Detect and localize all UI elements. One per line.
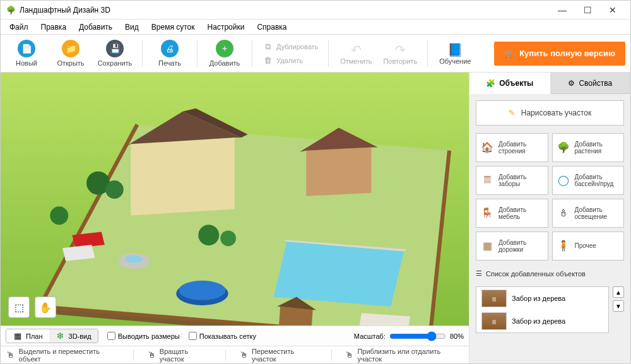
tab-objects[interactable]: 🧩 Объекты: [469, 73, 550, 94]
mouse-scroll-icon: 🖱: [345, 350, 355, 360]
duplicate-icon: ⧉: [262, 42, 273, 52]
menu-add[interactable]: Добавить: [73, 20, 119, 34]
print-button[interactable]: 🖨 Печать: [149, 37, 191, 70]
draw-plot-button[interactable]: ✎ Нарисовать участок: [476, 100, 624, 126]
separator: [427, 40, 428, 67]
show-grid-checkbox[interactable]: Показывать сетку: [189, 332, 256, 340]
delete-button[interactable]: 🗑 Удалить: [259, 54, 322, 67]
svg-point-19: [220, 230, 236, 246]
3d-icon: ❇: [56, 331, 66, 341]
3d-viewport[interactable]: ⬚ ✋: [1, 73, 469, 326]
fence-icon: 𝄜: [480, 173, 494, 187]
tab-properties[interactable]: ⚙ Свойства: [550, 73, 631, 94]
window-title: Ландшафтный Дизайн 3D: [20, 6, 550, 15]
redo-button[interactable]: ↷ Повторить: [379, 37, 421, 70]
undo-button[interactable]: ↶ Отменить: [335, 37, 377, 70]
view-controls: ▦ План ❇ 3D-вид Выводить размеры Показыв…: [1, 326, 469, 346]
add-pool-button[interactable]: ◯ Добавить бассейн/пруд: [552, 166, 625, 195]
3d-view-button[interactable]: ❇ 3D-вид: [49, 329, 98, 343]
add-button[interactable]: ＋ Добавить: [204, 37, 245, 70]
hint-zoom: 🖱 Приблизить или отдалить участок: [345, 348, 464, 363]
redo-icon: ↷: [395, 42, 406, 57]
path-icon: ▦: [480, 239, 494, 253]
scale-label: Масштаб:: [354, 332, 386, 340]
cart-icon: 🛒: [504, 49, 514, 58]
add-paths-button[interactable]: ▦ Добавить дорожки: [476, 232, 548, 261]
separator: [331, 349, 332, 361]
add-lighting-button[interactable]: 🕯 Добавить освещение: [552, 199, 625, 228]
svg-point-18: [198, 225, 219, 245]
add-furniture-button[interactable]: 🪑 Добавить мебель: [476, 199, 548, 228]
new-button[interactable]: 📄 Новый: [6, 37, 47, 70]
toolbar: 📄 Новый 📁 Открыть 💾 Сохранить 🖨 Печать ＋…: [1, 35, 630, 73]
view-mode-toggle: ▦ План ❇ 3D-вид: [6, 329, 98, 343]
duplicate-button[interactable]: ⧉ Дублировать: [259, 40, 322, 53]
object-list: ||| Забор из дерева ||| Забор из дерева: [476, 286, 609, 333]
statusbar: 🖱 Выделить и переместить объект 🖱 Вращат…: [1, 346, 469, 363]
open-button[interactable]: 📁 Открыть: [50, 37, 91, 70]
fence-thumbnail: |||: [481, 312, 507, 330]
layers-icon: ☰: [476, 269, 482, 278]
orbit-tool-button[interactable]: ⬚: [8, 296, 30, 318]
menu-view[interactable]: Вид: [119, 20, 145, 34]
tutorial-label: Обучение: [439, 57, 471, 65]
mouse-icon: 🖱: [239, 350, 249, 360]
svg-point-20: [50, 206, 68, 225]
object-list-header: ☰ Список добавленных объектов: [476, 268, 624, 279]
3d-label: 3D-вид: [69, 332, 91, 340]
add-fences-button[interactable]: 𝄜 Добавить заборы: [476, 166, 548, 195]
separator: [142, 40, 143, 67]
redo-label: Повторить: [383, 57, 417, 65]
buy-full-button[interactable]: 🛒 Купить полную версию: [494, 42, 625, 66]
separator: [133, 349, 134, 361]
save-label: Сохранить: [98, 59, 133, 67]
minimize-button[interactable]: —: [550, 1, 575, 19]
undo-label: Отменить: [340, 57, 372, 65]
pan-tool-button[interactable]: ✋: [35, 296, 56, 318]
save-icon: 💾: [106, 40, 124, 57]
add-label: Добавить: [209, 59, 240, 67]
move-up-button[interactable]: ▲: [613, 286, 624, 298]
move-down-button[interactable]: ▼: [613, 300, 624, 312]
scale-slider[interactable]: [389, 331, 446, 341]
buy-label: Купить полную версию: [519, 49, 615, 58]
show-dimensions-checkbox[interactable]: Выводить размеры: [107, 332, 180, 340]
separator: [197, 40, 198, 67]
fence-thumbnail: |||: [481, 290, 507, 307]
list-item-label: Забор из дерева: [512, 317, 565, 325]
menu-file[interactable]: Файл: [3, 20, 35, 34]
show-dimensions-input[interactable]: [107, 332, 115, 340]
menu-time[interactable]: Время суток: [145, 20, 201, 34]
scene-illustration: [1, 73, 469, 326]
open-label: Открыть: [57, 59, 84, 67]
new-label: Новый: [16, 59, 37, 67]
menu-edit[interactable]: Правка: [35, 20, 73, 34]
hand-icon: ✋: [39, 302, 52, 314]
show-grid-input[interactable]: [189, 332, 197, 340]
separator: [225, 349, 226, 361]
file-icon: 📄: [18, 40, 35, 57]
list-item[interactable]: ||| Забор из дерева: [476, 287, 608, 310]
folder-icon: 📁: [62, 40, 80, 57]
plan-view-button[interactable]: ▦ План: [6, 329, 49, 343]
add-other-button[interactable]: 🧍 Прочее: [552, 232, 625, 261]
canvas-area: ⬚ ✋ ▦ План ❇ 3D-вид Выводить размеры: [1, 73, 469, 363]
add-buildings-button[interactable]: 🏠 Добавить строения: [476, 133, 548, 162]
show-grid-label: Показывать сетку: [199, 332, 256, 340]
tutorial-button[interactable]: 📘 Обучение: [434, 37, 476, 70]
save-button[interactable]: 💾 Сохранить: [94, 37, 136, 70]
maximize-button[interactable]: ☐: [575, 1, 600, 19]
menu-settings[interactable]: Настройки: [201, 20, 251, 34]
add-plants-button[interactable]: 🌳 Добавить растения: [552, 133, 625, 162]
svg-marker-6: [306, 148, 371, 196]
plan-label: План: [26, 332, 43, 340]
menu-help[interactable]: Справка: [251, 20, 293, 34]
scale-value: 80%: [450, 332, 464, 340]
pencil-icon: ✎: [509, 109, 515, 117]
close-button[interactable]: ✕: [600, 1, 625, 19]
menubar: Файл Правка Добавить Вид Время суток Нас…: [1, 20, 630, 35]
delete-label: Удалить: [276, 57, 303, 64]
list-item[interactable]: ||| Забор из дерева: [476, 310, 608, 332]
separator: [328, 40, 329, 67]
draw-plot-label: Нарисовать участок: [521, 109, 591, 117]
